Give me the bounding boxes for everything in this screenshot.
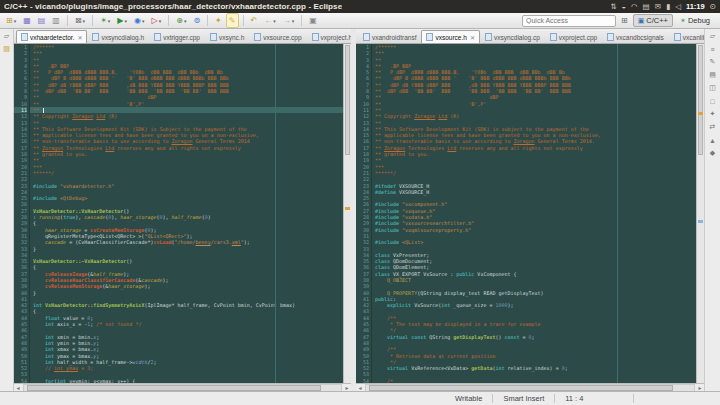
- toolbar-separator: [243, 15, 244, 26]
- new-class-icon: ⊕: [176, 17, 183, 25]
- tab-vxproject-cpp[interactable]: vxproject.cpp: [545, 30, 602, 43]
- tab-vxtrigger-cpp[interactable]: vxtrigger.cpp: [149, 30, 205, 43]
- task-list-icon[interactable]: ✎: [707, 57, 718, 67]
- back-icon: ←: [264, 17, 272, 25]
- tab-vxandroidtransf[interactable]: vxandroidtransf: [358, 30, 421, 43]
- dropdown-arrow-icon[interactable]: ▾: [159, 18, 162, 24]
- annotation-marker[interactable]: [698, 220, 703, 223]
- quick-access-input[interactable]: [522, 15, 616, 27]
- dropdown-arrow-icon[interactable]: ▾: [108, 18, 111, 24]
- forward-button[interactable]: →▾: [280, 13, 298, 28]
- file-icon: [363, 33, 370, 41]
- restore-view-icon[interactable]: ▱: [1, 31, 12, 41]
- include-browser-icon[interactable]: ◆: [707, 148, 718, 158]
- new-class-button[interactable]: ⊕▾: [173, 13, 189, 28]
- wifi-icon[interactable]: ◠: [631, 3, 638, 11]
- code-editor[interactable]: 1234567891011121314151617181920212223242…: [14, 44, 351, 383]
- search-view-icon[interactable]: ✦: [707, 109, 718, 119]
- scrollbar-thumb[interactable]: [698, 45, 703, 155]
- perspective-debug[interactable]: ✶Debug: [675, 14, 715, 27]
- properties-icon[interactable]: □: [707, 96, 718, 106]
- open-perspective-button[interactable]: ⊞: [621, 16, 628, 25]
- dropdown-arrow-icon[interactable]: ▾: [83, 18, 86, 24]
- mail-icon[interactable]: ✉: [655, 3, 661, 11]
- file-icon: [21, 33, 28, 41]
- new-header-icon: ⊚: [193, 17, 200, 25]
- toolbar-separator: [92, 15, 93, 26]
- code-editor[interactable]: 1234567891011121314151617181920212223242…: [356, 44, 704, 383]
- session-menu-icon[interactable]: ⊙: [710, 3, 716, 11]
- dropdown-arrow-icon[interactable]: ▾: [292, 18, 295, 24]
- tab-vxsource-h[interactable]: vxsource.h✕: [421, 30, 479, 43]
- file-icon: [674, 33, 681, 41]
- back-button[interactable]: ←▾: [261, 13, 279, 28]
- restore-view-icon[interactable]: ▱: [707, 31, 718, 41]
- run-button[interactable]: ▶▾: [114, 13, 130, 28]
- save-all-button[interactable]: ▤: [35, 13, 49, 28]
- perspective-label: Debug: [688, 16, 710, 25]
- build-all-button[interactable]: ⊠▾: [72, 13, 88, 28]
- new-wizard-icon: ⊞: [6, 17, 13, 25]
- type-hierarchy-icon[interactable]: ▲: [707, 135, 718, 145]
- debug-button[interactable]: ✶▾: [97, 13, 113, 28]
- tab-vxsource-cpp[interactable]: vxsource.cpp: [249, 30, 306, 43]
- print-button[interactable]: ▥: [49, 13, 63, 28]
- save-button[interactable]: ▦: [20, 13, 34, 28]
- dropdown-arrow-icon[interactable]: ▾: [142, 18, 145, 24]
- tab-vxsync-h[interactable]: vxsync.h: [205, 30, 249, 43]
- input-method-icon[interactable]: ▤: [643, 3, 650, 11]
- annotation-marker[interactable]: [698, 112, 703, 115]
- network-icon[interactable]: ⇅: [610, 3, 616, 11]
- new-wizard-button[interactable]: ⊞▾: [3, 13, 19, 28]
- line-number-gutter: 1234567891011121314151617181920212223242…: [356, 44, 372, 383]
- desktop: C/C++ - vicando/plugins/image_processors…: [0, 0, 720, 405]
- dropdown-arrow-icon[interactable]: ▾: [14, 18, 17, 24]
- external-tools-button[interactable]: ▷▾: [149, 13, 165, 28]
- close-icon[interactable]: ✕: [77, 34, 82, 41]
- new-header-button[interactable]: ⊚: [190, 13, 203, 28]
- battery-icon[interactable]: ▮: [666, 3, 670, 11]
- console-icon[interactable]: ◫: [707, 83, 718, 93]
- line-number: 54: [356, 378, 369, 383]
- tab-label: vxandroidtransf: [372, 34, 416, 41]
- tab-vxproject-h[interactable]: vxproject.h: [307, 30, 351, 43]
- annotation-marker[interactable]: [345, 207, 350, 210]
- last-edit-location-button[interactable]: ↶: [248, 13, 261, 28]
- dropdown-arrow-icon[interactable]: ▾: [125, 18, 128, 24]
- scrollbar-thumb[interactable]: [345, 45, 350, 155]
- editor-pane-left: vxhaardetector.✕vxsyncdialog.hvxtrigger.…: [14, 29, 351, 392]
- writable-status: Writable: [445, 394, 492, 403]
- system-tray: ⇅◒◠▤✉▮◁11:19⊙: [610, 2, 716, 11]
- dropdown-arrow-icon[interactable]: ▾: [184, 18, 187, 24]
- link-with-editor-button[interactable]: ▣: [306, 13, 320, 28]
- outline-icon[interactable]: ≡: [707, 44, 718, 54]
- project-explorer-icon[interactable]: ▨: [1, 44, 12, 54]
- clock[interactable]: 11:19: [686, 2, 705, 11]
- mark-occurrences-button[interactable]: ✎: [226, 13, 239, 28]
- call-hierarchy-icon[interactable]: ⇄: [707, 122, 718, 132]
- build-all-icon: ⊠: [75, 17, 82, 25]
- save-icon: ▦: [23, 17, 31, 25]
- tab-vxsyncdialog-h[interactable]: vxsyncdialog.h: [87, 30, 149, 43]
- dropdown-arrow-icon[interactable]: ▾: [273, 18, 276, 24]
- profile-button[interactable]: ◉▾: [131, 13, 148, 28]
- perspective-cpp-icon: ▣: [638, 17, 645, 24]
- toolbar-separator: [168, 15, 169, 26]
- tab-vxhaardetector-[interactable]: vxhaardetector.✕: [16, 30, 87, 43]
- tab-vxsyncdialog-cp[interactable]: vxsyncdialog.cp: [480, 30, 545, 43]
- cursor-position-status: 11 : 4: [555, 394, 593, 403]
- perspective-switcher: ▣C/C++✶Debug: [633, 14, 715, 27]
- tab-label: vxsyncdialog.cp: [494, 34, 540, 41]
- overview-ruler[interactable]: [696, 44, 704, 383]
- search-button[interactable]: ✦: [212, 13, 225, 28]
- tab-label: vxsource.cpp: [263, 34, 301, 41]
- overview-ruler[interactable]: [343, 44, 351, 383]
- chat-icon[interactable]: ◒: [622, 3, 627, 11]
- volume-icon[interactable]: ◁: [675, 3, 681, 11]
- perspective-cpp[interactable]: ▣C/C++: [633, 14, 673, 27]
- tab-vxcanlibcsignals[interactable]: vxcanlibcsignals: [669, 30, 704, 43]
- perspective-debug-icon: ✶: [680, 17, 686, 24]
- tab-vxcandbcsignals[interactable]: vxcandbcsignals: [602, 30, 669, 43]
- problems-icon[interactable]: ▤: [707, 70, 718, 80]
- close-icon[interactable]: ✕: [470, 34, 475, 41]
